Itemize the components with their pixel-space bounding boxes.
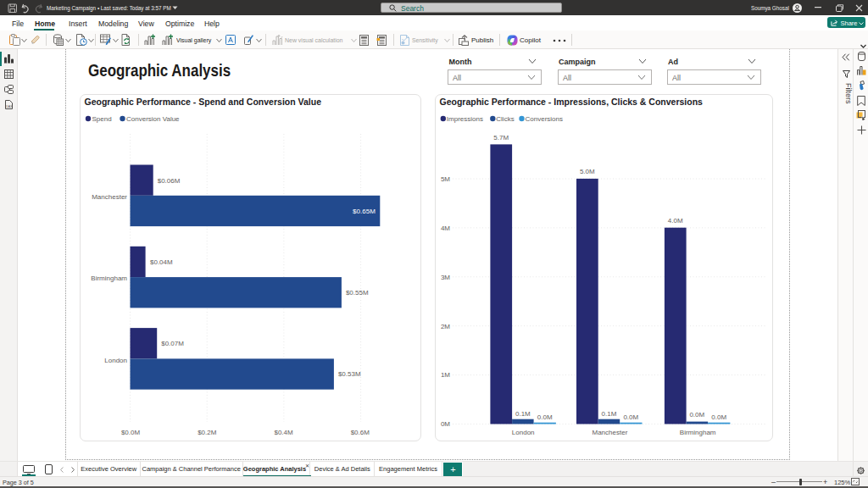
svg-text:$0.2M: $0.2M: [198, 429, 217, 436]
svg-text:0.0M: 0.0M: [623, 413, 638, 421]
svg-text:0.0M: 0.0M: [711, 413, 726, 421]
svg-text:Clicks: Clicks: [496, 115, 514, 123]
svg-text:$0.07M: $0.07M: [161, 340, 184, 347]
svg-text:5M: 5M: [441, 175, 450, 183]
svg-text:Conversions: Conversions: [526, 115, 563, 123]
svg-text:2M: 2M: [441, 323, 450, 330]
svg-text:DAX: DAX: [6, 105, 13, 108]
svg-text:London: London: [512, 429, 535, 436]
svg-text:$0.06M: $0.06M: [158, 177, 181, 185]
svg-text:Geographic Performance - Impre: Geographic Performance - Impressions, Cl…: [440, 97, 704, 107]
svg-text:0.0M: 0.0M: [537, 413, 553, 421]
svg-text:Birmingham: Birmingham: [680, 429, 716, 436]
svg-text:$0.4M: $0.4M: [274, 429, 293, 436]
svg-text:1M: 1M: [441, 371, 450, 379]
svg-text:$0.53M: $0.53M: [338, 370, 361, 378]
svg-text:Manchester: Manchester: [593, 429, 628, 436]
svg-text:$0.65M: $0.65M: [353, 208, 376, 215]
svg-text:4.0M: 4.0M: [668, 217, 683, 225]
svg-text:$0.0M: $0.0M: [121, 429, 141, 436]
svg-text:Manchester: Manchester: [92, 193, 127, 201]
svg-text:Geographic Performance - Spend: Geographic Performance - Spend and Conve…: [85, 97, 322, 107]
svg-text:0.1M: 0.1M: [515, 410, 531, 418]
svg-text:Impressions: Impressions: [447, 115, 483, 123]
svg-text:0.1M: 0.1M: [602, 410, 617, 418]
svg-text:5.7M: 5.7M: [493, 134, 509, 141]
svg-text:$0.55M: $0.55M: [346, 289, 369, 297]
svg-text:Spend: Spend: [92, 115, 112, 123]
svg-text:$0.6M: $0.6M: [351, 429, 370, 436]
svg-text:Birmingham: Birmingham: [91, 274, 127, 282]
svg-text:4M: 4M: [441, 225, 450, 232]
svg-text:0M: 0M: [441, 420, 450, 428]
svg-text:London: London: [104, 357, 127, 364]
svg-text:$0.04M: $0.04M: [150, 258, 173, 266]
svg-text:0.0M: 0.0M: [689, 411, 704, 419]
svg-text:3M: 3M: [441, 274, 450, 281]
svg-text:Conversion Value: Conversion Value: [126, 115, 180, 123]
svg-text:5.0M: 5.0M: [580, 168, 595, 175]
